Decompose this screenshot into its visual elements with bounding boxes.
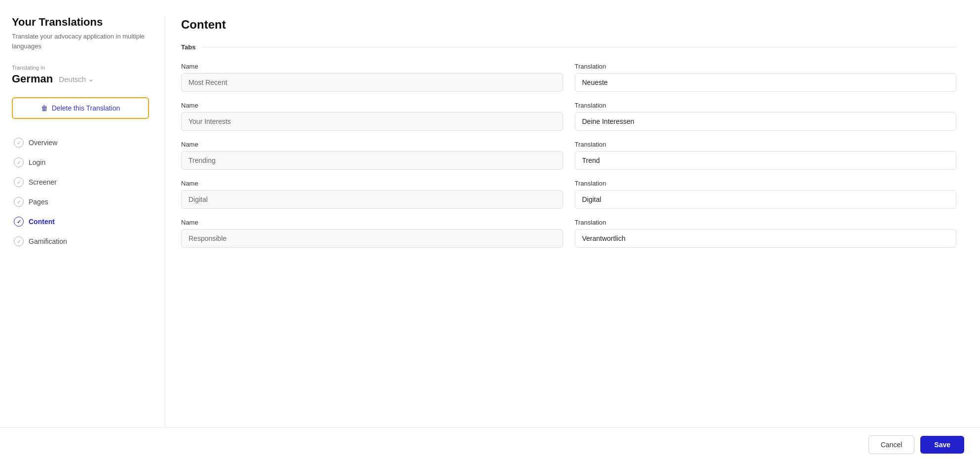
translation-input-5[interactable]	[575, 229, 957, 248]
sidebar-item-screener[interactable]: ✓ Screener	[12, 172, 149, 192]
translating-label: Translating in	[12, 65, 149, 71]
check-icon-pages: ✓	[14, 197, 24, 207]
translation-input-4[interactable]	[575, 190, 957, 209]
field-group-name-3: Name	[181, 141, 563, 170]
app-container: Your Translations Translate your advocac…	[0, 0, 980, 427]
sidebar-item-pages[interactable]: ✓ Pages	[12, 192, 149, 212]
language-name: German	[12, 73, 53, 85]
field-group-name-5: Name	[181, 219, 563, 248]
sidebar-item-label-pages: Pages	[29, 198, 48, 206]
name-input-1[interactable]	[181, 73, 563, 92]
delete-translation-button[interactable]: 🗑 Delete this Translation	[12, 97, 149, 119]
sidebar-item-gamification[interactable]: ✓ Gamification	[12, 231, 149, 251]
name-label-4: Name	[181, 180, 563, 187]
language-selector: German Deutsch ⌄	[12, 73, 149, 85]
name-label-3: Name	[181, 141, 563, 148]
sidebar-item-label-login: Login	[29, 158, 45, 166]
sidebar-item-content[interactable]: ✓ Content	[12, 212, 149, 231]
field-row-5: Name Translation	[181, 219, 956, 248]
translation-label-3: Translation	[575, 141, 957, 148]
field-group-name-4: Name	[181, 180, 563, 209]
translation-input-2[interactable]	[575, 112, 957, 131]
sidebar-item-login[interactable]: ✓ Login	[12, 153, 149, 172]
field-group-name-1: Name	[181, 63, 563, 92]
tabs-section-label: Tabs	[181, 43, 195, 51]
field-row-4: Name Translation	[181, 180, 956, 209]
check-icon-gamification: ✓	[14, 236, 24, 246]
language-dropdown[interactable]: Deutsch ⌄	[59, 75, 94, 83]
field-group-translation-2: Translation	[575, 102, 957, 131]
check-icon-login: ✓	[14, 157, 24, 167]
field-group-translation-3: Translation	[575, 141, 957, 170]
translation-input-1[interactable]	[575, 73, 957, 92]
nav-items: ✓ Overview ✓ Login ✓ Screener ✓ Pages ✓ …	[12, 133, 149, 251]
sidebar-item-label-overview: Overview	[29, 139, 57, 147]
translation-label-2: Translation	[575, 102, 957, 109]
field-row-3: Name Translation	[181, 141, 956, 170]
name-label-1: Name	[181, 63, 563, 70]
name-label-2: Name	[181, 102, 563, 109]
field-group-translation-5: Translation	[575, 219, 957, 248]
name-label-5: Name	[181, 219, 563, 226]
sidebar-item-label-screener: Screener	[29, 178, 57, 186]
translation-label-5: Translation	[575, 219, 957, 226]
field-row-1: Name Translation	[181, 63, 956, 92]
tabs-section-header: Tabs	[181, 43, 956, 51]
sidebar-item-overview[interactable]: ✓ Overview	[12, 133, 149, 153]
check-icon-content: ✓	[14, 217, 24, 227]
footer: Cancel Save	[0, 427, 980, 462]
trash-icon: 🗑	[41, 104, 48, 112]
field-group-name-2: Name	[181, 102, 563, 131]
check-icon-overview: ✓	[14, 138, 24, 148]
sidebar-title: Your Translations	[12, 16, 149, 29]
chevron-down-icon: ⌄	[88, 75, 94, 83]
translation-input-3[interactable]	[575, 151, 957, 170]
language-code: Deutsch	[59, 75, 86, 83]
field-group-translation-1: Translation	[575, 63, 957, 92]
sidebar-item-label-gamification: Gamification	[29, 237, 67, 245]
section-divider	[201, 47, 956, 47]
field-group-translation-4: Translation	[575, 180, 957, 209]
name-input-5[interactable]	[181, 229, 563, 248]
translation-label-1: Translation	[575, 63, 957, 70]
delete-btn-label: Delete this Translation	[52, 104, 120, 112]
name-input-3[interactable]	[181, 151, 563, 170]
name-input-4[interactable]	[181, 190, 563, 209]
translation-label-4: Translation	[575, 180, 957, 187]
sidebar-subtitle: Translate your advocacy application in m…	[12, 32, 149, 51]
check-icon-screener: ✓	[14, 177, 24, 187]
save-button[interactable]: Save	[920, 436, 964, 454]
name-input-2[interactable]	[181, 112, 563, 131]
sidebar: Your Translations Translate your advocac…	[12, 16, 165, 427]
content-title: Content	[181, 16, 956, 32]
sidebar-item-label-content: Content	[29, 218, 55, 226]
field-row-2: Name Translation	[181, 102, 956, 131]
main-content: Content Tabs Name Translation Name Trans…	[165, 16, 968, 427]
cancel-button[interactable]: Cancel	[868, 435, 915, 454]
